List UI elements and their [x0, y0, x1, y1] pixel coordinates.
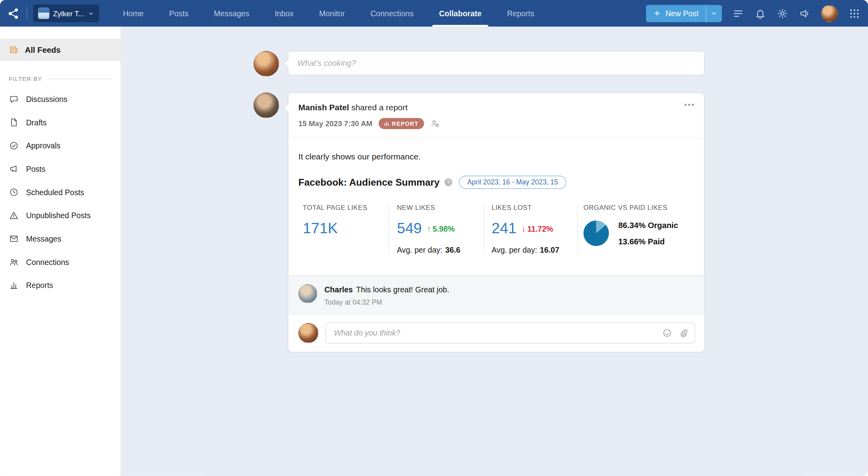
new-post-label: New Post	[665, 9, 699, 17]
sidebar-item-label: Drafts	[26, 118, 47, 127]
sidebar-item-posts[interactable]: Posts	[0, 157, 120, 181]
report-title: Facebook: Audience Summary	[298, 177, 440, 188]
announcements-icon[interactable]	[799, 8, 810, 19]
comment: CharlesThis looks great! Great job. Toda…	[289, 275, 704, 315]
clock-icon	[9, 187, 19, 197]
nav-tab-home[interactable]: Home	[110, 0, 156, 27]
sidebar-item-messages[interactable]: Messages	[0, 227, 120, 251]
zoho-social-logo-icon[interactable]	[7, 6, 21, 20]
nav-tab-posts[interactable]: Posts	[157, 0, 201, 27]
sidebar-item-all-feeds[interactable]: All Feeds	[0, 39, 120, 61]
commenter-avatar	[298, 284, 317, 303]
stat-likes-lost: LIKES LOST 241 11.72% Avg. per day	[484, 204, 578, 254]
chevron-down-icon	[711, 10, 717, 17]
comment-timestamp: Today at 04:32 PM	[324, 299, 449, 307]
paid-value: 13.66% Paid	[618, 237, 678, 246]
post-body-text: It clearly shows our performance.	[289, 138, 704, 161]
post-action-text: shared a report	[351, 102, 407, 112]
feed-content: Manish Patelshared a report 15 May 2023 …	[121, 27, 868, 476]
stat-label: TOTAL PAGE LIKES	[303, 204, 388, 212]
notifications-bell-icon[interactable]	[755, 8, 766, 19]
sidebar-item-scheduled-posts[interactable]: Scheduled Posts	[0, 180, 120, 204]
sidebar-item-label: Scheduled Posts	[26, 188, 84, 196]
composer-avatar	[254, 51, 279, 76]
post-card: Manish Patelshared a report 15 May 2023 …	[288, 92, 705, 352]
nav-tab-reports[interactable]: Reports	[494, 0, 547, 27]
plus-icon	[653, 10, 661, 17]
nav-tab-collaborate[interactable]: Collaborate	[426, 0, 495, 27]
emoji-icon[interactable]	[662, 328, 672, 338]
stat-average: Avg. per day:36.6	[397, 246, 483, 254]
post-composer	[254, 51, 705, 76]
stat-label: LIKES LOST	[491, 204, 577, 212]
warning-triangle-icon	[9, 211, 19, 221]
sidebar-item-label: All Feeds	[25, 46, 61, 54]
stat-value: 241	[491, 220, 516, 237]
sidebar-item-label: Discussions	[26, 95, 67, 104]
brand-selector[interactable]: Zylker T...	[33, 4, 99, 22]
nav-divider	[27, 7, 27, 19]
report-title-row: Facebook: Audience Summary ? April 2023,…	[298, 176, 693, 189]
help-icon[interactable]: ?	[445, 178, 453, 186]
date-range-pill: April 2023, 16 - May 2023, 15	[459, 176, 566, 189]
app-grid-icon[interactable]	[849, 8, 860, 19]
nav-tab-monitor[interactable]: Monitor	[306, 0, 358, 27]
top-navbar: Zylker T... Home Posts Messages Inbox Mo…	[0, 0, 868, 27]
stat-change-positive: 5.98%	[427, 224, 455, 233]
commenter-name: Charles	[324, 285, 353, 294]
brand-logo	[38, 8, 49, 19]
stat-average-value: 36.6	[445, 246, 460, 254]
stat-change-value: 11.72%	[527, 224, 553, 233]
bar-chart-icon	[9, 280, 19, 290]
sidebar-item-label: Messages	[26, 234, 61, 243]
sidebar-item-unpublished-posts[interactable]: Unpublished Posts	[0, 204, 120, 227]
stat-label: ORGANIC VS PAID LIKES	[583, 204, 695, 212]
nav-tab-messages[interactable]: Messages	[201, 0, 262, 27]
sidebar-item-approvals[interactable]: Approvals	[0, 134, 120, 157]
activity-feed-icon[interactable]	[732, 8, 744, 19]
stat-label: NEW LIKES	[397, 204, 483, 212]
brand-label: Zylker T...	[53, 9, 84, 17]
post-options-menu-icon[interactable]	[684, 100, 695, 109]
mini-bars-icon	[384, 121, 389, 126]
nav-tab-inbox[interactable]: Inbox	[262, 0, 306, 27]
new-post-dropdown-button[interactable]	[706, 5, 722, 22]
new-post-split-button: New Post	[646, 5, 722, 22]
comment-composer	[289, 315, 704, 352]
post-timestamp: 15 May 2023 7:30 AM	[298, 119, 373, 128]
up-arrow-icon	[427, 224, 431, 233]
stat-change-negative: 11.72%	[522, 224, 553, 233]
feed-post: Manish Patelshared a report 15 May 2023 …	[254, 92, 705, 352]
app-window: Zylker T... Home Posts Messages Inbox Mo…	[0, 0, 868, 476]
settings-gear-icon[interactable]	[777, 8, 788, 19]
sidebar-item-reports[interactable]: Reports	[0, 274, 120, 297]
comment-input[interactable]	[325, 322, 695, 344]
attachment-paperclip-icon[interactable]	[679, 328, 688, 338]
user-avatar[interactable]	[821, 5, 838, 22]
composer-input[interactable]	[288, 51, 705, 75]
sidebar-item-label: Unpublished Posts	[26, 211, 91, 220]
post-author-name: Manish Patel	[298, 102, 349, 112]
nav-tab-connections[interactable]: Connections	[358, 0, 426, 27]
sidebar-item-connections[interactable]: Connections	[0, 250, 120, 274]
chevron-down-icon	[88, 10, 94, 16]
primary-nav: Home Posts Messages Inbox Monitor Connec…	[110, 0, 547, 27]
envelope-icon	[9, 234, 19, 244]
report-stats: TOTAL PAGE LIKES 171K NEW LIKES 549 5.98…	[289, 204, 704, 275]
post-header: Manish Patelshared a report 15 May 2023 …	[289, 93, 704, 138]
sidebar-item-discussions[interactable]: Discussions	[0, 88, 120, 111]
stat-value: 171K	[303, 220, 338, 237]
nav-actions: New Post	[646, 5, 860, 22]
sidebar-item-drafts[interactable]: Drafts	[0, 111, 120, 134]
discussions-icon	[9, 94, 19, 104]
new-post-button[interactable]: New Post	[646, 5, 706, 22]
report-badge: REPORT	[379, 118, 424, 129]
app-body: All Feeds FILTER BY Discussions Drafts	[0, 27, 868, 476]
megaphone-icon	[9, 164, 19, 174]
filter-by-label: FILTER BY	[9, 75, 42, 82]
sidebar-item-label: Connections	[26, 257, 69, 266]
shared-audience-icon	[430, 119, 440, 129]
stat-average-label: Avg. per day:	[397, 246, 442, 254]
down-arrow-icon	[522, 224, 526, 233]
report-badge-label: REPORT	[392, 120, 419, 127]
